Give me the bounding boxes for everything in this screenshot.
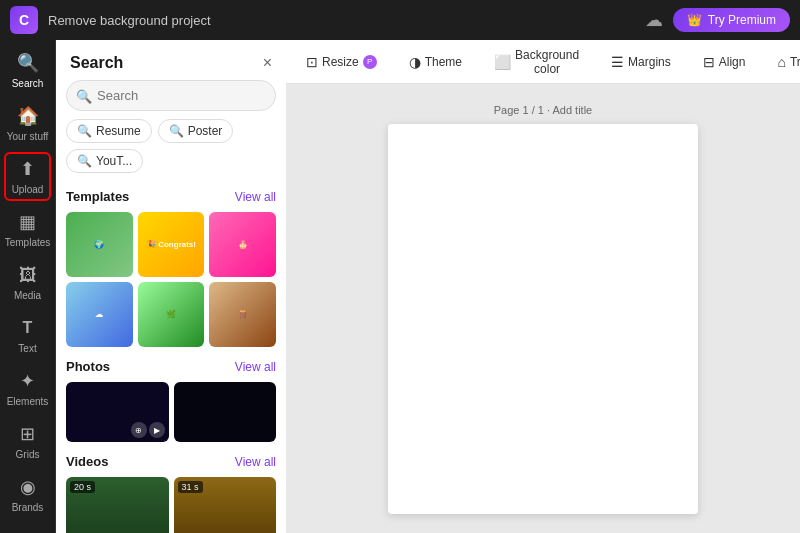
sidebar-item-your-stuff[interactable]: 🏠 Your stuff — [0, 97, 55, 150]
translate-button[interactable]: ⌂ Translate NEW — [767, 49, 800, 75]
search-panel: Search × 🔍 🔍 Resume 🔍 Poster 🔍 YouT... — [56, 40, 286, 533]
page-container: Page 1 / 1 · Add title — [388, 104, 698, 514]
media-icon: 🖼 — [17, 264, 39, 286]
video-duration: 20 s — [70, 481, 95, 493]
sidebar-item-templates[interactable]: ▦ Templates — [0, 203, 55, 256]
templates-section: Templates View all 🌍 🎉 Congrats! 🎂 ☁ 🌿 — [56, 183, 286, 353]
photos-title: Photos — [66, 359, 110, 374]
theme-button[interactable]: ◑ Theme — [399, 49, 472, 75]
photos-view-all[interactable]: View all — [235, 360, 276, 374]
video-duration: 31 s — [178, 481, 203, 493]
sidebar-item-add-ons[interactable]: ⊕ Add-ons — [0, 521, 55, 533]
search-panel-title: Search — [70, 54, 123, 72]
crown-icon: 👑 — [687, 13, 702, 27]
photo-item[interactable] — [174, 382, 277, 442]
add-ons-icon: ⊕ — [17, 529, 39, 533]
pill-icon: 🔍 — [169, 124, 184, 138]
close-button[interactable]: × — [263, 54, 272, 72]
photos-section-header: Photos View all — [66, 359, 276, 374]
template-item[interactable]: 🪵 — [209, 282, 276, 347]
videos-section-header: Videos View all — [66, 454, 276, 469]
template-item[interactable]: 🌍 — [66, 212, 133, 277]
photo-badge: ⊕ — [131, 422, 147, 438]
elements-icon: ✦ — [17, 370, 39, 392]
sidebar-item-elements[interactable]: ✦ Elements — [0, 362, 55, 415]
search-input[interactable] — [66, 80, 276, 111]
app-logo: C — [10, 6, 38, 34]
sidebar-item-brands[interactable]: ◉ Brands — [0, 468, 55, 521]
pill-youtube[interactable]: 🔍 YouT... — [66, 149, 143, 173]
template-item[interactable]: 🎉 Congrats! — [138, 212, 205, 277]
video-item[interactable]: 31 s — [174, 477, 277, 533]
project-title: Remove background project — [48, 13, 635, 28]
pill-resume[interactable]: 🔍 Resume — [66, 119, 152, 143]
pill-poster[interactable]: 🔍 Poster — [158, 119, 234, 143]
templates-view-all[interactable]: View all — [235, 190, 276, 204]
videos-view-all[interactable]: View all — [235, 455, 276, 469]
template-item[interactable]: ☁ — [66, 282, 133, 347]
align-icon: ⊟ — [703, 54, 715, 70]
cloud-icon: ☁ — [645, 9, 663, 31]
resize-badge: P — [363, 55, 377, 69]
canvas-page[interactable] — [388, 124, 698, 514]
background-color-button[interactable]: ⬜ Background color — [484, 43, 589, 81]
canvas-toolbar: ⊡ Resize P ◑ Theme ⬜ Background color ☰ … — [286, 40, 800, 84]
videos-section: Videos View all 20 s 31 s — [56, 448, 286, 533]
template-item[interactable]: 🎂 — [209, 212, 276, 277]
sidebar-item-upload[interactable]: ⬆ Upload — [0, 150, 55, 203]
resize-button[interactable]: ⊡ Resize P — [296, 49, 387, 75]
template-item[interactable]: 🌿 — [138, 282, 205, 347]
search-panel-header: Search × — [56, 40, 286, 80]
photos-grid: ⊕ ▶ — [66, 382, 276, 442]
canvas-content: Page 1 / 1 · Add title — [286, 84, 800, 533]
theme-icon: ◑ — [409, 54, 421, 70]
search-pills: 🔍 Resume 🔍 Poster 🔍 YouT... — [56, 119, 286, 183]
margins-icon: ☰ — [611, 54, 624, 70]
page-label: Page 1 / 1 · Add title — [494, 104, 592, 116]
sidebar-icons: 🔍 Search 🏠 Your stuff ⬆ Upload ▦ Templat… — [0, 40, 56, 533]
search-input-wrapper: 🔍 — [66, 80, 276, 111]
grids-icon: ⊞ — [17, 423, 39, 445]
templates-grid: 🌍 🎉 Congrats! 🎂 ☁ 🌿 🪵 — [66, 212, 276, 347]
search-icon-input: 🔍 — [76, 88, 92, 103]
margins-button[interactable]: ☰ Margins — [601, 49, 681, 75]
sidebar-item-media[interactable]: 🖼 Media — [0, 256, 55, 309]
upload-icon: ⬆ — [17, 158, 39, 180]
videos-title: Videos — [66, 454, 108, 469]
photo-item[interactable]: ⊕ ▶ — [66, 382, 169, 442]
search-icon: 🔍 — [17, 52, 39, 74]
sidebar-item-grids[interactable]: ⊞ Grids — [0, 415, 55, 468]
sidebar-item-search[interactable]: 🔍 Search — [0, 44, 55, 97]
photo-badge: ▶ — [149, 422, 165, 438]
photo-badges: ⊕ ▶ — [131, 422, 165, 438]
home-icon: 🏠 — [17, 105, 39, 127]
canvas-area: ⊡ Resize P ◑ Theme ⬜ Background color ☰ … — [286, 40, 800, 533]
pill-icon: 🔍 — [77, 124, 92, 138]
translate-icon: ⌂ — [777, 54, 785, 70]
videos-grid: 20 s 31 s — [66, 477, 276, 533]
bg-color-icon: ⬜ — [494, 54, 511, 70]
pill-icon: 🔍 — [77, 154, 92, 168]
topbar: C Remove background project ☁ 👑 Try Prem… — [0, 0, 800, 40]
resize-icon: ⊡ — [306, 54, 318, 70]
sidebar-item-text[interactable]: T Text — [0, 309, 55, 362]
templates-section-header: Templates View all — [66, 189, 276, 204]
templates-icon: ▦ — [17, 211, 39, 233]
try-premium-button[interactable]: 👑 Try Premium — [673, 8, 790, 32]
templates-title: Templates — [66, 189, 129, 204]
brands-icon: ◉ — [17, 476, 39, 498]
video-item[interactable]: 20 s — [66, 477, 169, 533]
align-button[interactable]: ⊟ Align — [693, 49, 756, 75]
main-layout: 🔍 Search 🏠 Your stuff ⬆ Upload ▦ Templat… — [0, 40, 800, 533]
photos-section: Photos View all ⊕ ▶ — [56, 353, 286, 448]
text-icon: T — [17, 317, 39, 339]
